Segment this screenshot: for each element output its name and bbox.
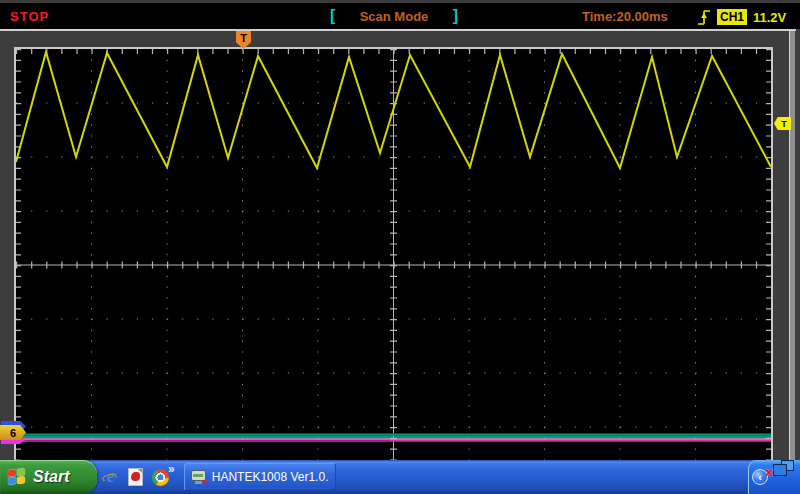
windows-logo-icon — [8, 468, 27, 487]
status-bar: STOP [Scan Mode] Time:20.00ms CH1 11.2V — [0, 0, 800, 29]
trigger-voltage-readout: 11.2V — [753, 10, 786, 25]
timebase-readout: Time:20.00ms — [582, 9, 668, 24]
start-button[interactable]: Start — [0, 460, 97, 494]
trigger-readout: CH1 11.2V — [697, 6, 786, 28]
quick-launch-bar: e — [100, 460, 169, 494]
left-bracket: [ — [330, 7, 335, 25]
internet-explorer-icon[interactable]: e — [102, 469, 119, 486]
app-monitor-icon — [191, 470, 207, 485]
right-bracket: ] — [453, 7, 458, 25]
topbar-separator — [0, 29, 796, 31]
chrome-icon[interactable] — [152, 469, 169, 486]
acrobat-reader-icon[interactable] — [128, 468, 143, 486]
rising-edge-trigger-icon — [697, 8, 711, 27]
task-button-label: HANTEK1008 Ver1.0.... — [212, 470, 329, 484]
scan-mode-indicator: [Scan Mode] — [330, 6, 458, 26]
start-button-label: Start — [33, 468, 69, 486]
hantek-task-button[interactable]: HANTEK1008 Ver1.0.... — [184, 463, 336, 491]
window-right-border — [789, 2, 795, 460]
acquisition-status: STOP — [10, 9, 49, 24]
taskbar: Start e » HANTEK1008 Ver1.0.... ‹ ✕ — [0, 460, 800, 494]
hantek-oscilloscope-window: STOP [Scan Mode] Time:20.00ms CH1 11.2V … — [0, 0, 800, 494]
scan-mode-label: Scan Mode — [360, 9, 429, 24]
scope-display — [0, 0, 800, 461]
network-error-glyph: ✕ — [764, 466, 774, 480]
trigger-source-badge: CH1 — [717, 9, 747, 25]
quick-launch-overflow-chevron[interactable]: » — [168, 462, 175, 476]
system-tray: ‹ ✕ — [748, 460, 800, 494]
